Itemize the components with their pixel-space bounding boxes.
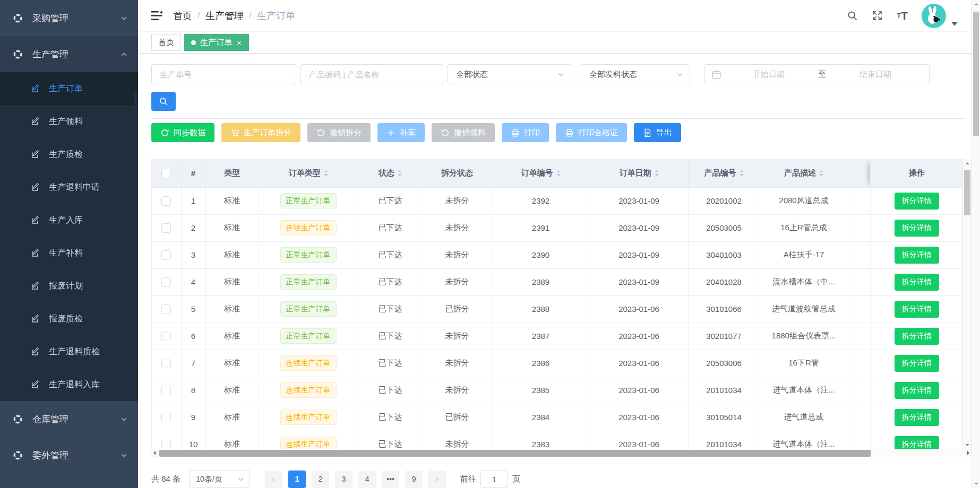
production-no-input[interactable] [151, 64, 296, 84]
date-range-picker[interactable]: 开始日期 至 结束日期 [704, 64, 930, 84]
sidebar-item-报废质检[interactable]: 报废质检 [0, 302, 138, 335]
page-button-1[interactable]: 1 [288, 470, 306, 488]
page-size-select[interactable]: 10条/页 [189, 470, 250, 488]
column-header-order_date[interactable]: 订单日期 [590, 160, 688, 187]
sidebar-item-生产退料入库[interactable]: 生产退料入库 [0, 368, 138, 401]
vertical-scroll-thumb[interactable] [964, 170, 970, 215]
user-menu[interactable] [922, 4, 958, 28]
page-scrollbar[interactable] [972, 0, 980, 488]
goto-page-input[interactable] [480, 470, 508, 488]
end-date-placeholder[interactable]: 结束日期 [828, 69, 923, 80]
row-checkbox[interactable] [161, 250, 171, 260]
next-page-button[interactable]: › [428, 470, 446, 488]
split-detail-button[interactable]: 拆分详情 [895, 409, 939, 426]
split-detail-button[interactable]: 拆分详情 [895, 436, 939, 450]
toolbar-button-打印合格证[interactable]: 打印合格证 [556, 123, 627, 142]
split-detail-button[interactable]: 拆分详情 [895, 220, 939, 237]
table-cell-order_date: 2023-01-09 [590, 187, 688, 214]
sort-carets-icon[interactable] [819, 170, 823, 176]
sidebar-item-生产质检[interactable]: 生产质检 [0, 138, 138, 171]
row-checkbox[interactable] [161, 223, 171, 233]
sidebar-group-采购管理[interactable]: 采购管理 [0, 0, 138, 36]
sidebar-item-报废计划[interactable]: 报废计划 [0, 269, 138, 302]
toolbar-button-撤销拆分[interactable]: 撤销拆分 [307, 123, 371, 142]
search-button[interactable] [151, 92, 176, 111]
sidebar-item-生产退料申请[interactable]: 生产退料申请 [0, 171, 138, 204]
row-checkbox[interactable] [161, 359, 171, 368]
sort-carets-icon[interactable] [324, 170, 328, 176]
split-detail-button[interactable]: 拆分详情 [895, 301, 939, 318]
start-date-placeholder[interactable]: 开始日期 [721, 69, 816, 80]
avatar[interactable] [922, 4, 946, 28]
sidebar-group-仓库管理[interactable]: 仓库管理 [0, 401, 138, 437]
sort-carets-icon[interactable] [655, 170, 659, 176]
page-scroll-down-arrow[interactable] [974, 483, 978, 485]
toolbar-button-撤销领料[interactable]: 撤销领料 [432, 123, 495, 142]
sort-carets-icon[interactable] [740, 170, 744, 176]
toolbar-button-生产订单拆分[interactable]: 生产订单拆分 [221, 123, 300, 142]
sidebar-scrollbar-thumb[interactable] [134, 90, 137, 371]
split-detail-button[interactable]: 拆分详情 [895, 382, 939, 399]
sort-carets-icon[interactable] [398, 170, 402, 176]
sidebar-item-生产入库[interactable]: 生产入库 [0, 204, 138, 237]
font-size-button[interactable]: TT [897, 10, 908, 22]
row-checkbox[interactable] [161, 413, 171, 422]
tab-首页[interactable]: 首页 [151, 34, 181, 51]
column-header-order_no[interactable]: 订单编号 [492, 160, 590, 187]
column-header-status[interactable]: 状态 [358, 160, 423, 187]
column-header-order_type[interactable]: 订单类型 [259, 160, 358, 187]
sidebar-item-生产补料[interactable]: 生产补料 [0, 237, 138, 269]
breadcrumb-item-首页[interactable]: 首页 [173, 10, 192, 22]
page-button-2[interactable]: 2 [312, 470, 329, 488]
page-button-4[interactable]: 4 [358, 470, 376, 488]
row-checkbox[interactable] [161, 440, 171, 449]
split-detail-button[interactable]: 拆分详情 [895, 193, 939, 210]
sidebar-toggle-button[interactable] [150, 10, 164, 22]
issue-status-select[interactable]: 全部发料状态 [581, 64, 690, 84]
scroll-left-arrow[interactable] [153, 451, 156, 455]
tab-生产订单[interactable]: 生产订单 × [184, 34, 249, 51]
column-header-product_desc[interactable]: 产品描述 [760, 160, 848, 187]
breadcrumb-item-生产管理[interactable]: 生产管理 [205, 10, 244, 22]
split-detail-button[interactable]: 拆分详情 [895, 355, 939, 372]
toolbar-button-同步数据[interactable]: 同步数据 [151, 123, 214, 142]
split-detail-button[interactable]: 拆分详情 [895, 247, 939, 264]
page-button-9[interactable]: 9 [405, 470, 423, 488]
scroll-down-arrow[interactable] [965, 444, 969, 446]
scroll-up-arrow[interactable] [965, 162, 969, 164]
scroll-right-arrow[interactable] [967, 451, 969, 455]
sidebar-group-委外管理[interactable]: 委外管理 [0, 437, 138, 473]
toolbar-button-导出[interactable]: 导出 [634, 123, 681, 142]
page-ellipsis[interactable]: ••• [382, 470, 399, 488]
page-scroll-thumb[interactable] [973, 12, 979, 136]
prev-page-button[interactable]: ‹ [265, 470, 282, 488]
row-checkbox[interactable] [161, 196, 171, 206]
toolbar-button-打印[interactable]: 打印 [502, 123, 549, 142]
select-all-checkbox[interactable] [161, 169, 171, 178]
row-checkbox[interactable] [161, 304, 171, 314]
row-checkbox[interactable] [161, 332, 171, 341]
sort-carets-icon[interactable] [556, 170, 561, 176]
split-detail-button[interactable]: 拆分详情 [895, 274, 939, 291]
split-detail-button[interactable]: 拆分详情 [895, 328, 939, 345]
tab-close-icon[interactable]: × [236, 39, 242, 47]
row-checkbox[interactable] [161, 386, 171, 395]
chevdown-icon [237, 476, 244, 483]
table-vertical-scrollbar[interactable] [962, 159, 972, 449]
sidebar-item-生产领料[interactable]: 生产领料 [0, 105, 138, 138]
row-checkbox[interactable] [161, 277, 171, 287]
page-scroll-up-arrow[interactable] [974, 3, 978, 5]
header-search-button[interactable] [847, 10, 858, 21]
column-header-product_no[interactable]: 产品编号 [688, 160, 760, 187]
sidebar-group-生产管理[interactable]: 生产管理 [0, 36, 138, 72]
toolbar-button-补车[interactable]: 补车 [377, 123, 425, 142]
product-search-input[interactable] [300, 64, 443, 84]
status-select[interactable]: 全部状态 [448, 64, 571, 84]
table-cell-order_date: 2023-01-06 [590, 350, 688, 377]
fullscreen-button[interactable] [872, 10, 883, 21]
horizontal-scroll-thumb[interactable] [159, 450, 871, 457]
sidebar-item-生产退料质检[interactable]: 生产退料质检 [0, 335, 138, 368]
sidebar-item-生产订单[interactable]: 生产订单 [0, 72, 138, 105]
table-horizontal-scrollbar[interactable] [151, 449, 972, 457]
page-button-3[interactable]: 3 [335, 470, 353, 488]
